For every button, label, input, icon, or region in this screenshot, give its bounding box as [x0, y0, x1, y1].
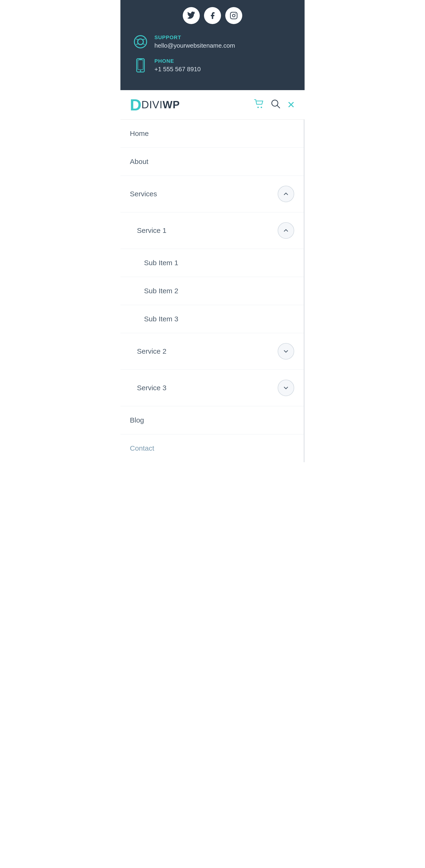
phone-row: PHONE +1 555 567 8910	[132, 57, 295, 73]
nav-item-home[interactable]: Home	[120, 120, 304, 148]
svg-line-16	[277, 105, 280, 108]
svg-rect-10	[138, 60, 143, 70]
header-icons: ✕	[254, 99, 295, 111]
svg-point-13	[257, 106, 259, 108]
search-button[interactable]	[271, 99, 280, 111]
svg-point-14	[261, 106, 262, 108]
nav-service3-label: Service 3	[137, 384, 166, 392]
svg-point-4	[138, 39, 143, 44]
phone-label: PHONE	[154, 58, 201, 64]
logo-wordmark: DIVIWP	[141, 99, 180, 111]
top-bar: SUPPORT hello@yourwebsitename.com PHONE …	[120, 0, 305, 90]
nav-item-blog[interactable]: Blog	[120, 406, 304, 434]
svg-point-2	[235, 13, 236, 14]
facebook-icon[interactable]	[204, 7, 221, 24]
service2-toggle-button[interactable]	[278, 343, 294, 360]
nav-subitem3-label: Sub Item 3	[144, 315, 178, 323]
contact-info: SUPPORT hello@yourwebsitename.com PHONE …	[130, 33, 295, 73]
nav-item-subitem1[interactable]: Sub Item 1	[120, 249, 304, 277]
twitter-icon[interactable]	[183, 7, 200, 24]
phone-details: PHONE +1 555 567 8910	[154, 58, 201, 73]
nav-home-label: Home	[130, 129, 149, 137]
nav-services-label: Services	[130, 190, 157, 198]
phone-icon	[132, 57, 149, 73]
phone-number: +1 555 567 8910	[154, 66, 201, 73]
instagram-icon[interactable]	[225, 7, 242, 24]
nav-subitem1-label: Sub Item 1	[144, 259, 178, 267]
nav-blog-label: Blog	[130, 416, 144, 424]
svg-point-1	[232, 14, 235, 17]
social-icons-row	[130, 7, 295, 24]
svg-line-6	[143, 39, 145, 40]
nav-service2-label: Service 2	[137, 347, 166, 355]
support-icon	[132, 33, 149, 50]
service3-toggle-button[interactable]	[278, 380, 294, 396]
cart-button[interactable]	[254, 99, 264, 111]
service1-toggle-button[interactable]	[278, 222, 294, 239]
nav-menu: Home About Services Service 1 Sub Item 1…	[120, 120, 305, 462]
nav-service1-label: Service 1	[137, 226, 166, 235]
svg-point-11	[140, 70, 141, 71]
nav-item-subitem3[interactable]: Sub Item 3	[120, 305, 304, 333]
close-button[interactable]: ✕	[287, 99, 295, 110]
nav-item-services[interactable]: Services	[120, 176, 304, 212]
services-toggle-button[interactable]	[278, 186, 294, 202]
nav-item-subitem2[interactable]: Sub Item 2	[120, 277, 304, 305]
nav-about-label: About	[130, 158, 148, 166]
nav-item-service2[interactable]: Service 2	[120, 333, 304, 370]
support-row: SUPPORT hello@yourwebsitename.com	[132, 33, 295, 50]
svg-point-3	[134, 36, 147, 48]
logo[interactable]: D DIVIWP	[130, 97, 254, 113]
nav-item-about[interactable]: About	[120, 148, 304, 176]
nav-contact-label: Contact	[130, 444, 154, 452]
svg-line-8	[143, 44, 145, 44]
svg-line-7	[136, 44, 138, 44]
support-email: hello@yourwebsitename.com	[154, 42, 235, 49]
header: D DIVIWP ✕	[120, 90, 305, 120]
svg-line-5	[136, 39, 138, 40]
nav-item-contact[interactable]: Contact	[120, 434, 304, 462]
support-label: SUPPORT	[154, 34, 235, 40]
nav-item-service3[interactable]: Service 3	[120, 370, 304, 406]
logo-d-letter: D	[130, 97, 141, 113]
svg-rect-0	[230, 12, 237, 19]
nav-item-service1[interactable]: Service 1	[120, 212, 304, 249]
nav-subitem2-label: Sub Item 2	[144, 287, 178, 295]
support-details: SUPPORT hello@yourwebsitename.com	[154, 34, 235, 49]
